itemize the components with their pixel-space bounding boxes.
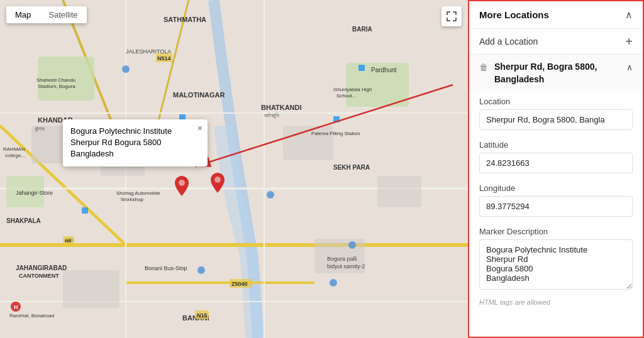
svg-text:N514: N514	[157, 55, 171, 62]
location-card-header: 🗑 Sherpur Rd, Bogra 5800, Bangladesh ∧	[469, 55, 643, 92]
location-name: Sherpur Rd, Bogra 5800, Bangladesh	[494, 61, 621, 85]
svg-text:Shaheed Chandu: Shaheed Chandu	[36, 77, 75, 83]
add-location-plus-button[interactable]: +	[625, 35, 633, 48]
map-expand-button[interactable]	[441, 6, 462, 26]
svg-point-76	[214, 177, 221, 183]
svg-rect-72	[82, 207, 88, 214]
svg-text:RAHMAN: RAHMAN	[3, 146, 25, 152]
location-field-label: Location	[479, 97, 633, 106]
location-collapse-button[interactable]: ∧	[626, 62, 633, 72]
svg-text:Shohag Automobile: Shohag Automobile	[116, 190, 160, 196]
svg-text:CANTONMENT: CANTONMENT	[19, 273, 59, 279]
popup-text: Bogura Polytechnic Institute Sherpur Rd …	[70, 126, 172, 158]
svg-rect-17	[377, 176, 421, 207]
panel-collapse-button[interactable]: ∧	[625, 9, 633, 21]
map-tabs: Map Satellite	[6, 6, 87, 23]
svg-text:School...: School...	[336, 93, 356, 99]
panel-header: More Locations ∧	[469, 1, 643, 29]
tab-satellite[interactable]: Satellite	[40, 6, 86, 23]
svg-text:ভাটকান্দি: ভাটকান্দি	[264, 112, 279, 119]
add-location-label: Add a Location	[479, 36, 538, 46]
latitude-field-input[interactable]	[479, 153, 633, 173]
longitude-field-input[interactable]	[479, 196, 633, 217]
svg-text:SATHMATHA: SATHMATHA	[164, 16, 206, 23]
location-field-input[interactable]	[479, 109, 633, 130]
tab-map[interactable]: Map	[6, 6, 40, 23]
svg-text:Stadium, Bogura: Stadium, Bogura	[38, 84, 75, 89]
delete-location-button[interactable]: 🗑	[479, 62, 488, 72]
svg-point-61	[122, 65, 130, 73]
svg-text:college...: college...	[5, 153, 25, 158]
svg-text:Z5040: Z5040	[231, 281, 248, 287]
marker-red-2[interactable]	[211, 173, 225, 195]
map-popup: × Bogura Polytechnic Institute Sherpur R…	[63, 119, 208, 166]
svg-text:SEKH PARA: SEKH PARA	[333, 164, 370, 171]
panel-title: More Locations	[479, 9, 549, 20]
svg-text:Pardhunt: Pardhunt	[371, 67, 397, 74]
svg-rect-71	[358, 65, 365, 71]
svg-point-62	[267, 191, 274, 199]
svg-text:bidyut samity-2: bidyut samity-2	[327, 263, 365, 270]
longitude-field-group: Longitude	[469, 178, 643, 222]
longitude-field-label: Longitude	[479, 183, 633, 193]
svg-text:MALOTINAGAR: MALOTINAGAR	[173, 91, 225, 99]
svg-text:Ghuniyatala High: Ghuniyatala High	[333, 87, 372, 92]
popup-close-button[interactable]: ×	[197, 123, 203, 135]
svg-rect-70	[333, 116, 340, 123]
location-field-group: Location	[469, 92, 643, 135]
svg-text:N15: N15	[197, 312, 208, 319]
svg-text:Bogura palli: Bogura palli	[327, 256, 357, 262]
svg-point-65	[197, 266, 205, 274]
field-hint: HTML tags are allowed	[469, 297, 643, 311]
svg-text:BARIA: BARIA	[352, 26, 372, 33]
right-panel: More Locations ∧ Add a Location + 🗑 Sher…	[468, 0, 644, 338]
svg-text:খান্দার: খান্দার	[35, 126, 45, 132]
map-background: KHANDAR খান্দার THANTHANIA ঠান্থানিয়া M…	[0, 0, 468, 338]
svg-point-63	[348, 241, 356, 249]
svg-text:Jahangir-Store: Jahangir-Store	[16, 190, 53, 196]
svg-text:SHAKPALA: SHAKPALA	[6, 217, 41, 224]
svg-point-75	[179, 180, 185, 186]
svg-rect-18	[63, 270, 119, 308]
svg-text:Workshop: Workshop	[121, 197, 143, 202]
svg-text:BHATKANDI: BHATKANDI	[261, 104, 302, 111]
svg-text:JAHANGIRABAD: JAHANGIRABAD	[16, 264, 67, 271]
svg-text:Fatema Filling Station: Fatema Filling Station	[311, 131, 360, 136]
svg-text:H: H	[14, 304, 18, 310]
latitude-field-group: Latitude	[469, 135, 643, 178]
description-field-textarea[interactable]: Bogura Polytechnic Institute Sherpur Rd …	[479, 239, 633, 290]
description-field-group: Marker Description Bogura Polytechnic In…	[469, 222, 643, 297]
svg-text:Ranirhat, Bonairoad: Ranirhat, Bonairoad	[9, 313, 54, 319]
svg-text:N5: N5	[65, 238, 72, 244]
map-area: KHANDAR খান্দার THANTHANIA ঠান্থানিয়া M…	[0, 0, 468, 338]
svg-text:Bonani Bus-Stop: Bonani Bus-Stop	[145, 265, 187, 271]
add-location-row[interactable]: Add a Location +	[469, 29, 643, 55]
latitude-field-label: Latitude	[479, 140, 633, 150]
location-card: 🗑 Sherpur Rd, Bogra 5800, Bangladesh ∧ L…	[469, 55, 643, 337]
description-field-label: Marker Description	[479, 227, 633, 236]
marker-red-1[interactable]	[175, 176, 189, 199]
svg-point-64	[330, 279, 337, 286]
